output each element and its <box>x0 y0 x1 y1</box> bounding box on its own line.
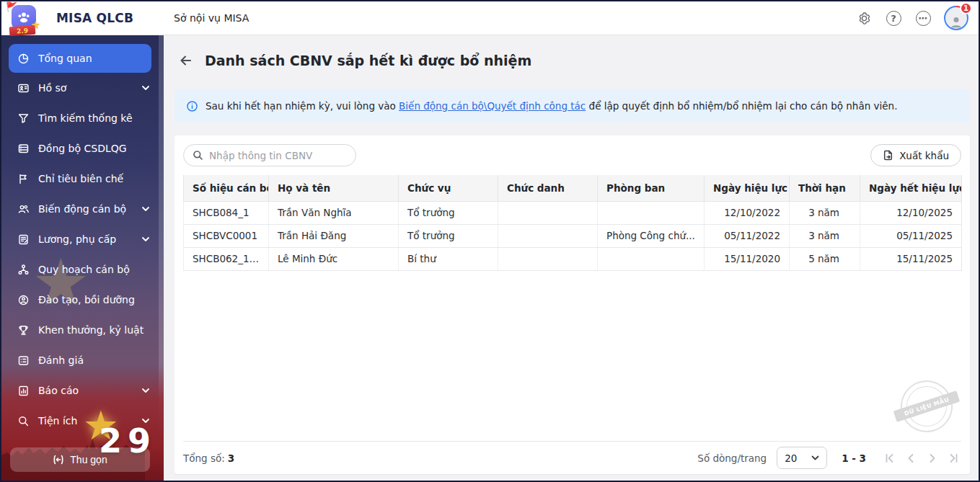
sidebar-item-quy-hoach-can-bo[interactable]: Quy hoạch cán bộ <box>1 254 159 285</box>
table-cell: 3 năm <box>790 224 860 247</box>
column-header[interactable]: Phòng ban <box>598 175 705 201</box>
report-icon <box>17 385 30 397</box>
collapse-sidebar-button[interactable]: Thu gọn <box>10 447 150 472</box>
table-cell <box>598 201 705 224</box>
chevron-down-icon <box>811 454 819 462</box>
collapse-label: Thu gọn <box>70 454 107 465</box>
sidebar-item-tim-kiem-thong-ke[interactable]: Tìm kiếm thống kê <box>1 103 159 133</box>
search-box <box>183 144 356 166</box>
vietnam-flag-icon: 🚩 <box>6 1 17 12</box>
chevron-down-icon <box>141 235 150 244</box>
export-file-icon <box>883 150 893 161</box>
sidebar-item-label: Biến động cán bộ <box>38 203 126 215</box>
settings-icon[interactable] <box>855 9 873 27</box>
sidebar: ★ ★ 29 Tổng quan Hồ sơ Tìm kiếm thống kê <box>1 35 164 481</box>
table-cell: Trần Hải Đăng <box>269 224 399 247</box>
page-title: Danh sách CBNV sắp hết kì được bổ nhiệm <box>205 53 531 68</box>
first-page-icon[interactable] <box>882 451 896 465</box>
sidebar-item-chi-tieu-bien-che[interactable]: Chỉ tiêu biên chế <box>1 164 159 194</box>
org-name[interactable]: Sở nội vụ MISA <box>174 12 249 24</box>
table-row[interactable]: SHCBVC0001 Trần Hải Đăng Tổ trưởng Phòng… <box>184 224 962 247</box>
column-header[interactable]: Họ và tên <box>269 175 399 201</box>
previous-page-icon[interactable] <box>904 451 918 465</box>
toolbar: Xuất khẩu <box>175 135 970 175</box>
checklist-icon <box>17 354 30 367</box>
sidebar-item-khen-thuong-ky-luat[interactable]: Khen thưởng, kỷ luật <box>1 315 159 345</box>
column-header[interactable]: Ngày hết hiệu lực <box>860 175 962 201</box>
app-name: MISA QLCB <box>56 11 133 25</box>
export-label: Xuất khẩu <box>899 150 949 161</box>
search-icon <box>193 150 203 161</box>
table-cell: SHCB062_1_1 <box>184 247 269 270</box>
rows-per-page-label: Số dòng/trang <box>697 452 767 464</box>
people-icon <box>17 203 30 215</box>
table-cell: Phòng Công chứ... <box>598 224 705 247</box>
sample-data-watermark: DỮ LIỆU MẪU <box>894 374 960 439</box>
sidebar-item-label: Chỉ tiêu biên chế <box>38 173 123 184</box>
salary-document-icon <box>17 233 30 246</box>
sidebar-item-label: Lương, phụ cấp <box>38 233 116 245</box>
page-head: Danh sách CBNV sắp hết kì được bổ nhiệm <box>164 35 979 68</box>
table-cell: SHCB084_1 <box>184 201 269 224</box>
banner-link[interactable]: Biến động cán bộ\Quyết định công tác <box>399 100 586 112</box>
more-icon[interactable]: ⋯ <box>914 9 932 27</box>
sidebar-item-luong-phu-cap[interactable]: Lương, phụ cấp <box>1 224 159 254</box>
table-row[interactable]: SHCB084_1 Trần Văn Nghĩa Tổ trưởng 12/10… <box>184 201 962 224</box>
person-circle-icon <box>17 294 30 306</box>
table-cell: 12/10/2022 <box>705 201 790 224</box>
table-cell: 15/11/2025 <box>860 247 962 270</box>
sidebar-scrollbar[interactable] <box>159 35 164 481</box>
column-header[interactable]: Chức vụ <box>399 175 498 201</box>
sidebar-item-label: Quy hoạch cán bộ <box>38 264 130 275</box>
column-header[interactable]: Số hiệu cán bộ <box>184 175 269 201</box>
info-banner: Sau khi hết hạn nhiệm kỳ, vui lòng vào B… <box>175 89 970 122</box>
sidebar-item-bao-cao[interactable]: Báo cáo <box>1 375 159 406</box>
flag-icon <box>17 173 30 185</box>
table-cell: 05/11/2025 <box>860 224 962 247</box>
next-page-icon[interactable] <box>925 451 940 465</box>
column-header[interactable]: Ngày hiệu lực <box>705 175 790 201</box>
sidebar-item-label: Hồ sơ <box>38 82 66 94</box>
trophy-icon <box>17 324 30 336</box>
sidebar-item-ho-so[interactable]: Hồ sơ <box>1 73 159 103</box>
sidebar-item-label: Tổng quan <box>38 53 92 64</box>
help-icon[interactable]: ? <box>885 9 902 27</box>
cbnv-table: Số hiệu cán bộ Họ và tên Chức vụ Chức da… <box>183 175 962 271</box>
sidebar-nav: Tổng quan Hồ sơ Tìm kiếm thống kê Đồng b… <box>1 44 159 436</box>
logo-version-ribbon: 2.9 <box>9 25 36 36</box>
sidebar-item-label: Báo cáo <box>38 385 79 396</box>
last-page-icon[interactable] <box>947 451 961 465</box>
app-header: 🚩 ★ 2.9 MISA QLCB Sở nội vụ MISA ? ⋯ 1 <box>1 1 979 35</box>
table-row[interactable]: SHCB062_1_1 Lê Minh Đức Bí thư 15/11/202… <box>184 247 962 270</box>
collapse-icon <box>53 454 64 465</box>
column-header[interactable]: Thời hạn <box>790 175 860 201</box>
app-logo[interactable]: 🚩 ★ 2.9 <box>7 3 37 33</box>
page-range: 1 - 3 <box>842 452 866 464</box>
column-header[interactable]: Chức danh <box>498 175 598 201</box>
table-cell: Tổ trưởng <box>399 224 498 247</box>
chevron-down-icon <box>141 84 150 92</box>
chevron-down-icon <box>141 205 150 213</box>
table-cell <box>498 247 598 270</box>
table-cell: 05/11/2022 <box>705 224 790 247</box>
sidebar-item-tong-quan[interactable]: Tổng quan <box>9 44 151 73</box>
sidebar-item-tien-ich[interactable]: Tiện ích <box>1 406 159 436</box>
sidebar-item-label: Đánh giá <box>38 354 84 366</box>
table-cell <box>598 247 705 270</box>
export-button[interactable]: Xuất khẩu <box>870 144 961 166</box>
sidebar-item-label: Khen thưởng, kỷ luật <box>38 324 144 336</box>
banner-text: Sau khi hết hạn nhiệm kỳ, vui lòng vào B… <box>206 100 897 112</box>
sidebar-item-dao-tao-boi-duong[interactable]: Đào tạo, bồi dưỡng <box>1 285 159 315</box>
sidebar-item-dong-bo-csdlqg[interactable]: Đồng bộ CSDLQG <box>1 133 159 164</box>
app-window: 🚩 ★ 2.9 MISA QLCB Sở nội vụ MISA ? ⋯ 1 ★ <box>0 0 980 482</box>
sidebar-item-bien-dong-can-bo[interactable]: Biến động cán bộ <box>1 194 159 224</box>
org-chart-icon <box>17 264 30 276</box>
table-cell: 5 năm <box>790 247 860 270</box>
rows-per-page-select[interactable]: 20 <box>777 447 827 469</box>
sidebar-item-label: Đồng bộ CSDLQG <box>38 143 127 154</box>
avatar[interactable]: 1 <box>944 6 968 30</box>
main-content: Danh sách CBNV sắp hết kì được bổ nhiệm … <box>164 35 979 481</box>
search-input[interactable] <box>209 150 347 161</box>
sidebar-item-danh-gia[interactable]: Đánh giá <box>1 345 159 375</box>
back-arrow-icon[interactable] <box>178 53 194 68</box>
